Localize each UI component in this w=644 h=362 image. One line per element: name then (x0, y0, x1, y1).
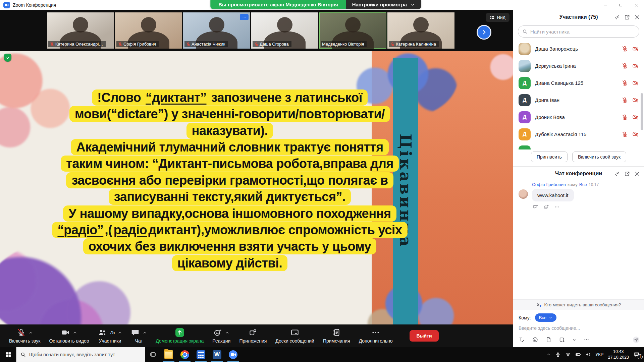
recipient-selector[interactable]: Все (535, 313, 556, 322)
recipient-value: Все (539, 315, 546, 320)
toolbar-caret[interactable] (225, 330, 229, 335)
toolbar-caret[interactable] (143, 330, 147, 335)
slide-text-line: охочих без виключення взяти участь у цьо… (20, 239, 439, 254)
participant-row[interactable]: Д Дрига Іван (513, 92, 644, 109)
screenshot-button[interactable] (559, 337, 565, 343)
chat-footer: Кто может видеть ваши сообщения? Кому: В… (513, 299, 644, 347)
shared-screen: Цікавинка !Слово “диктант” запозичене з … (0, 51, 513, 324)
toolbar-item-label: Доски сообщений (275, 338, 314, 344)
leave-button[interactable]: Выйти (410, 330, 438, 342)
tile-name-label: Даша Єгорова (253, 41, 291, 47)
message-sender[interactable]: Софія Грибович (532, 182, 566, 187)
video-tile[interactable]: Катерина Калинкіна (387, 12, 454, 49)
format-text-button[interactable] (519, 337, 525, 343)
participants-popout-button[interactable] (624, 14, 630, 20)
participant-row[interactable]: Деркунська Ірина (513, 57, 644, 74)
toolbar-item[interactable]: Демонстрация экрана (151, 328, 208, 344)
start-button[interactable] (0, 347, 16, 362)
participant-row[interactable]: Д Дроник Вова (513, 109, 644, 126)
toolbar-item[interactable]: Чат (126, 328, 151, 344)
participants-collapse-button[interactable] (614, 14, 620, 20)
toolbar-item[interactable]: Дополнительно (355, 328, 397, 344)
tile-name-label: Катерина Калинкіна (389, 41, 439, 47)
task-view-button[interactable] (145, 347, 161, 362)
chat-close-button[interactable] (634, 171, 640, 177)
participants-close-button[interactable] (634, 14, 640, 20)
emoji-button[interactable] (532, 337, 538, 343)
video-tile[interactable]: Даша Єгорова (251, 12, 318, 49)
chat-privacy-link[interactable]: Кто может видеть ваши сообщения? (513, 299, 644, 310)
taskbar-app[interactable] (209, 347, 225, 362)
participants-list: Даша Запорожець Деркунська Ірина (513, 40, 644, 149)
unmute-self-button[interactable]: Включить свой звук (572, 152, 626, 162)
chat-message-input[interactable] (519, 325, 639, 331)
slide-text-line: У нашому випадку,основа іншомовного похо… (20, 206, 439, 221)
chat-privacy-label: Кто может видеть ваши сообщения? (544, 302, 621, 307)
mic-muted-icon (622, 131, 628, 137)
view-settings-dropdown[interactable]: Настройки просмотра (346, 0, 421, 9)
toolbar-item-label: Демонстрация экрана (156, 338, 204, 344)
volume-icon[interactable] (585, 352, 591, 357)
chat-popout-button[interactable] (624, 171, 630, 177)
message-more-button[interactable] (554, 204, 560, 210)
toolbar-caret[interactable] (29, 330, 33, 335)
chrome-icon (180, 350, 189, 359)
tray-mic-icon[interactable] (555, 352, 561, 357)
slide-text-line: !Слово “диктант” запозичене з латинської (20, 90, 439, 105)
minimize-button[interactable] (598, 0, 613, 10)
clock[interactable]: 10:43 27.10.2023 (608, 349, 629, 360)
chat-collapse-button[interactable] (614, 171, 620, 177)
video-tile[interactable]: Медведенко Вікторія (319, 12, 386, 49)
participant-search-input[interactable] (530, 29, 635, 35)
attach-options-button[interactable] (572, 338, 576, 342)
taskbar-app[interactable] (225, 347, 241, 362)
toolbar-caret[interactable] (118, 330, 122, 335)
battery-icon[interactable] (575, 352, 581, 357)
notification-center-button[interactable]: 1 (633, 351, 641, 358)
next-participants-button[interactable] (477, 25, 491, 40)
taskbar-app[interactable] (161, 347, 177, 362)
add-reaction-button[interactable] (543, 204, 549, 210)
reply-button[interactable] (533, 204, 538, 210)
invite-button[interactable]: Пригласить (531, 152, 568, 162)
video-tile[interactable]: Катерина Олександрі… (47, 12, 114, 49)
message-recipient[interactable]: Все (579, 182, 587, 187)
chat-messages: Софія Грибович кому Все 10:17 www.kahoot… (513, 179, 644, 299)
attach-file-button[interactable] (545, 337, 552, 343)
tray-expand-button[interactable] (546, 352, 551, 357)
toolbar-item[interactable]: Включить звук (5, 328, 45, 344)
video-camera-icon (61, 328, 70, 337)
participant-row[interactable]: Д Дубовік Анастасія 115 (513, 126, 644, 143)
chat-more-button[interactable] (583, 337, 590, 343)
video-tile[interactable]: Софія Грибович (115, 12, 182, 49)
windows-search-input[interactable] (29, 352, 141, 357)
toolbar-caret[interactable] (73, 330, 77, 335)
toolbar-item[interactable]: Реакции (208, 328, 235, 344)
grid-view-icon (490, 15, 495, 20)
toolbar-item[interactable]: Доски сообщений (271, 328, 319, 344)
toolbar-item[interactable]: Примечания (319, 328, 355, 344)
participant-row[interactable]: Даша Запорожець (513, 40, 644, 57)
toolbar-item[interactable]: Приложения (235, 328, 271, 344)
participants-scrollbar[interactable] (641, 93, 643, 130)
tile-more-button[interactable] (240, 14, 249, 20)
send-button[interactable] (633, 337, 639, 343)
video-tile[interactable]: Анастасія Чижик (183, 12, 250, 49)
wifi-icon[interactable] (565, 352, 571, 357)
participant-row[interactable] (513, 143, 644, 149)
toolbar-item[interactable]: Остановить видео (45, 328, 93, 344)
participant-search[interactable] (518, 25, 639, 38)
slide-text-block: !Слово “диктант” запозичене з латинської… (20, 90, 439, 272)
toolbar-item[interactable]: 75 Участники (94, 328, 127, 344)
window-title: Zoom Конференция (13, 2, 56, 8)
close-button[interactable] (629, 0, 644, 10)
slide-text-line: записуванні тексту,який диктується”. (20, 189, 439, 204)
participant-row[interactable]: Д Диана Савицька 125 (513, 74, 644, 92)
view-button[interactable]: Вид (486, 13, 509, 22)
participant-name: Диана Савицька 125 (535, 80, 617, 86)
windows-search[interactable] (16, 347, 145, 362)
maximize-button[interactable] (613, 0, 629, 10)
language-indicator[interactable]: УКР (595, 352, 604, 357)
taskbar-app[interactable] (193, 347, 209, 362)
taskbar-app[interactable] (177, 347, 193, 362)
